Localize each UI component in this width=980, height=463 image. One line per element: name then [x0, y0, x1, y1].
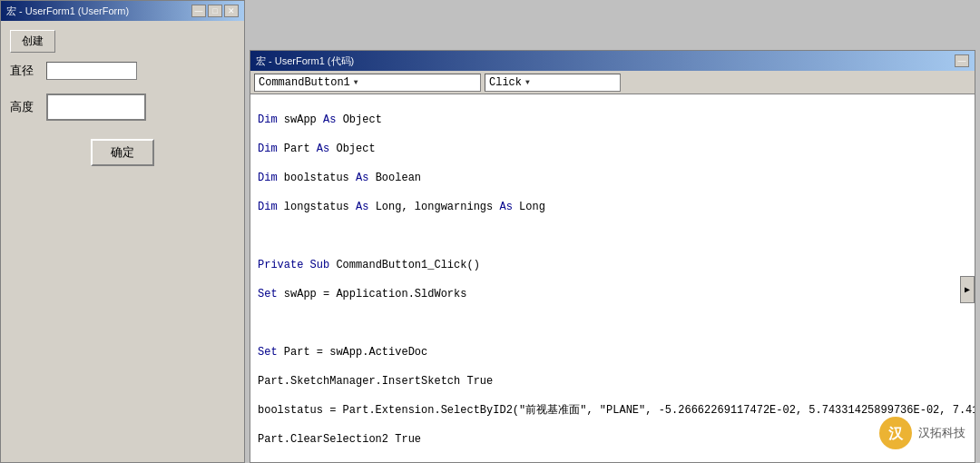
watermark-company: 汉拓科技 — [918, 425, 965, 441]
userform-body: 创建 直径 高度 确定 — [1, 21, 244, 184]
code-line-11: boolstatus = Part.Extension.SelectByID2(… — [258, 403, 967, 418]
event-dropdown[interactable]: Click ▼ — [485, 74, 621, 92]
code-line-4: Dim longstatus As Long, longwarnings As … — [258, 200, 967, 214]
object-dropdown[interactable]: CommandButton1 ▼ — [254, 74, 481, 92]
titlebar-controls: — □ ✕ — [191, 5, 239, 17]
code-minimize-btn[interactable]: — — [955, 54, 969, 67]
confirm-button[interactable]: 确定 — [91, 139, 154, 166]
watermark: 汉 汉拓科技 — [877, 415, 965, 451]
userform-title: 宏 - UserForm1 (UserForm) — [6, 5, 129, 18]
minimize-btn[interactable]: — — [191, 5, 206, 17]
scroll-right-arrow[interactable]: ▶ — [960, 276, 975, 303]
code-content: Dim swApp As Object Dim Part As Object D… — [250, 94, 975, 460]
code-title: 宏 - UserForm1 (代码) — [256, 54, 354, 68]
code-line-3: Dim boolstatus As Boolean — [258, 171, 967, 185]
userform-window: 宏 - UserForm1 (UserForm) — □ ✕ 创建 直径 高度 … — [0, 0, 245, 463]
code-line-10: Part.SketchManager.InsertSketch True — [258, 374, 967, 389]
maximize-btn[interactable]: □ — [208, 5, 222, 17]
close-btn[interactable]: ✕ — [224, 5, 239, 17]
code-window: 宏 - UserForm1 (代码) — CommandButton1 ▼ Cl… — [250, 50, 975, 463]
code-line-5 — [258, 229, 967, 243]
code-line-7: Set swApp = Application.SldWorks — [258, 287, 967, 301]
height-label: 高度 — [10, 99, 46, 115]
height-input[interactable] — [46, 94, 146, 121]
create-button-area: 创建 — [10, 30, 235, 53]
code-line-8 — [258, 316, 967, 330]
object-dropdown-value: CommandButton1 — [259, 76, 350, 89]
code-titlebar: 宏 - UserForm1 (代码) — — [250, 51, 975, 71]
event-dropdown-value: Click — [489, 76, 522, 89]
code-line-6: Private Sub CommandButton1_Click() — [258, 258, 967, 272]
code-line-9: Set Part = swApp.ActiveDoc — [258, 345, 967, 360]
code-line-1: Dim swApp As Object — [258, 113, 967, 127]
diameter-field: 直径 — [10, 62, 235, 80]
code-line-2: Dim Part As Object — [258, 142, 967, 156]
userform-titlebar: 宏 - UserForm1 (UserForm) — □ ✕ — [1, 1, 244, 21]
code-line-12: Part.ClearSelection2 True — [258, 432, 967, 447]
diameter-input[interactable] — [46, 62, 137, 80]
diameter-label: 直径 — [10, 63, 46, 79]
code-toolbar: CommandButton1 ▼ Click ▼ — [250, 71, 975, 94]
height-field: 高度 — [10, 94, 235, 121]
create-button[interactable]: 创建 — [10, 30, 55, 53]
svg-text:汉: 汉 — [888, 426, 904, 443]
code-titlebar-controls: — — [955, 54, 969, 67]
watermark-logo-icon: 汉 — [877, 415, 914, 451]
event-dropdown-arrow: ▼ — [525, 78, 530, 86]
object-dropdown-arrow: ▼ — [354, 78, 358, 86]
code-body: Dim swApp As Object Dim Part As Object D… — [250, 94, 975, 460]
